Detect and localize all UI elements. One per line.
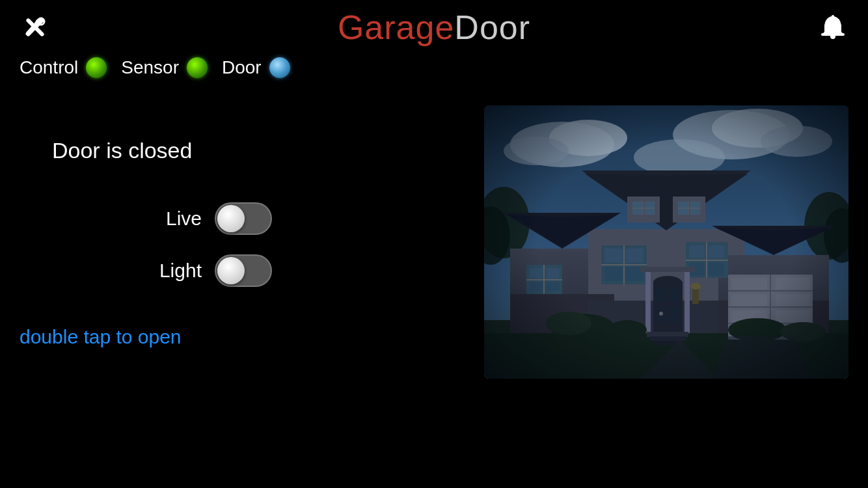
live-toggle[interactable] bbox=[215, 202, 272, 235]
light-toggle-row: Light bbox=[150, 254, 484, 287]
double-tap-button[interactable]: double tap to open bbox=[20, 326, 484, 348]
title-garage: Garage bbox=[338, 8, 454, 46]
app-title: GarageDoor bbox=[338, 8, 530, 47]
control-status-dot bbox=[86, 57, 107, 78]
svg-rect-103 bbox=[484, 105, 848, 379]
status-bar: Control Sensor Door bbox=[0, 49, 868, 86]
live-label: Live bbox=[150, 208, 202, 230]
sensor-status-dot bbox=[187, 57, 208, 78]
light-label: Light bbox=[150, 260, 202, 282]
sensor-label: Sensor bbox=[121, 57, 179, 78]
live-toggle-row: Live bbox=[150, 202, 484, 235]
control-label: Control bbox=[20, 57, 78, 78]
main-content: Door is closed Live Light double tap to … bbox=[0, 99, 868, 392]
house-image bbox=[484, 105, 848, 379]
bell-icon[interactable] bbox=[817, 12, 848, 43]
svg-rect-6 bbox=[821, 33, 845, 36]
settings-icon[interactable] bbox=[20, 12, 51, 43]
door-status-dot bbox=[269, 57, 290, 78]
light-toggle[interactable] bbox=[215, 254, 272, 287]
door-status-text: Door is closed bbox=[52, 138, 484, 163]
door-label: Door bbox=[222, 57, 262, 78]
controls-area: Live Light bbox=[150, 202, 484, 287]
left-panel: Door is closed Live Light double tap to … bbox=[20, 112, 484, 379]
title-door: Door bbox=[454, 8, 530, 46]
header: GarageDoor bbox=[0, 0, 868, 49]
